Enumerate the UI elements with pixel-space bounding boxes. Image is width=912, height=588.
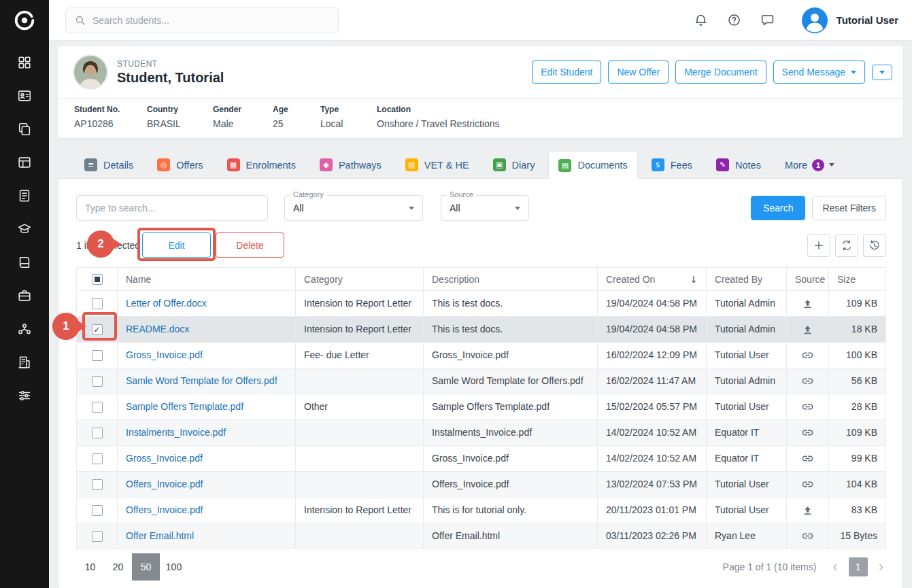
row-checkbox[interactable] — [92, 479, 103, 490]
user-menu[interactable]: Tutorial User — [802, 7, 898, 33]
table-row[interactable]: Offers_Invoice.pdfOffers_Invoice.pdf13/0… — [77, 472, 886, 498]
column-header-created-on[interactable]: Created On↓ — [598, 268, 707, 291]
tab-details[interactable]: ≡Details — [74, 151, 143, 178]
row-checkbox[interactable] — [92, 324, 103, 335]
sidebar-item-book[interactable] — [11, 252, 38, 275]
sidebar-item-settings[interactable] — [11, 385, 38, 408]
select-all-checkbox[interactable] — [92, 274, 103, 285]
page-size-50[interactable]: 50 — [132, 553, 160, 581]
column-header-description[interactable]: Description — [424, 268, 598, 291]
table-row[interactable]: Samle Word Template for Offers.pdfSamle … — [77, 368, 886, 394]
document-link[interactable]: Letter of Offer.docx — [126, 298, 207, 309]
document-link[interactable]: Gross_Invoice.pdf — [126, 453, 203, 464]
row-checkbox[interactable] — [92, 298, 103, 309]
info-value: Male — [213, 118, 273, 130]
tab-fees[interactable]: $Fees — [641, 151, 703, 178]
prev-page-button[interactable]: ‹ — [830, 559, 840, 574]
tab-documents[interactable]: ▤Documents — [548, 151, 637, 179]
student-search[interactable] — [65, 7, 339, 33]
edit-student-button[interactable]: Edit Student — [532, 60, 601, 84]
chat-icon[interactable] — [760, 13, 775, 27]
refresh-button[interactable] — [835, 234, 858, 257]
row-checkbox-cell — [77, 472, 118, 498]
document-link[interactable]: Instalments_Invoice.pdf — [126, 427, 226, 438]
app-logo[interactable] — [0, 0, 49, 41]
tab-offers[interactable]: ◎Offers — [147, 151, 213, 178]
document-link[interactable]: Gross_Invoice.pdf — [126, 349, 203, 360]
sidebar-item-table[interactable] — [11, 152, 38, 175]
row-checkbox[interactable] — [92, 428, 103, 438]
send-message-button[interactable]: Send Message — [773, 60, 865, 84]
new-offer-button[interactable]: New Offer — [608, 60, 669, 84]
row-checkbox[interactable] — [92, 453, 103, 464]
delete-button[interactable]: Delete — [216, 232, 284, 258]
sidebar-item-organisation[interactable] — [11, 351, 38, 375]
document-link[interactable]: Offers_Invoice.pdf — [126, 479, 203, 489]
row-checkbox-cell — [77, 523, 118, 549]
agents-icon — [17, 322, 32, 339]
page-size-100[interactable]: 100 — [160, 553, 188, 581]
document-link[interactable]: Sample Offers Template.pdf — [126, 401, 243, 412]
category-filter[interactable]: Category All — [284, 195, 423, 221]
column-header-source[interactable]: Source — [787, 268, 829, 291]
table-row[interactable]: Gross_Invoice.pdfFee- due LetterGross_In… — [77, 343, 886, 368]
column-header-created-by[interactable]: Created By — [707, 268, 787, 291]
document-link[interactable]: README.docx — [126, 324, 189, 334]
notifications-bell-icon[interactable] — [694, 13, 708, 27]
created-by-cell: Tutorial User — [707, 343, 787, 368]
sidebar-item-courses[interactable] — [11, 218, 38, 241]
document-link[interactable]: Offer Email.html — [126, 530, 194, 541]
page-size-20[interactable]: 20 — [104, 553, 132, 581]
document-link[interactable]: Samle Word Template for Offers.pdf — [126, 375, 277, 386]
table-row[interactable]: Gross_Invoice.pdfGross_Invoice.pdf14/02/… — [77, 446, 886, 472]
row-checkbox[interactable] — [92, 531, 103, 542]
sidebar-item-copy[interactable] — [11, 118, 38, 141]
documents-search-input[interactable] — [76, 195, 268, 221]
sidebar-item-agents[interactable] — [11, 318, 38, 341]
app: Tutorial User STUDENT — [0, 0, 912, 588]
student-photo[interactable] — [74, 56, 107, 88]
row-checkbox[interactable] — [92, 376, 103, 387]
organisation-icon — [17, 355, 32, 372]
current-page-button[interactable]: 1 — [849, 557, 868, 576]
row-checkbox-cell — [77, 420, 118, 446]
next-page-button[interactable]: › — [876, 559, 886, 574]
page-size-selector: 102050100 — [76, 553, 188, 581]
row-checkbox[interactable] — [92, 505, 103, 516]
tab-pathways[interactable]: ◆Pathways — [309, 151, 392, 178]
merge-document-button[interactable]: Merge Document — [675, 60, 766, 84]
search-button[interactable]: Search — [751, 196, 805, 220]
reset-filters-button[interactable]: Reset Filters — [812, 196, 886, 220]
tab-notes[interactable]: ✎Notes — [706, 151, 771, 178]
tab-vet-he[interactable]: ▥VET & HE — [395, 151, 479, 178]
page-size-10[interactable]: 10 — [76, 553, 104, 581]
add-document-button[interactable] — [807, 234, 830, 257]
sidebar-item-contacts[interactable] — [11, 85, 38, 108]
table-row[interactable]: Sample Offers Template.pdfOtherSample Of… — [77, 394, 886, 420]
column-header-name[interactable]: Name — [118, 268, 296, 291]
table-row[interactable]: Letter of Offer.docxIntension to Report … — [77, 291, 886, 317]
name-cell: Offer Email.html — [118, 523, 296, 549]
table-row[interactable]: README.docxIntension to Report LetterThi… — [77, 317, 886, 343]
table-row[interactable]: Offer Email.htmlOffer Email.html03/11/20… — [77, 523, 886, 549]
search-input[interactable] — [92, 15, 329, 26]
column-header-size[interactable]: Size — [829, 268, 886, 291]
sidebar-item-invoice[interactable] — [11, 185, 38, 208]
sidebar-item-briefcase[interactable] — [11, 285, 38, 308]
history-button[interactable] — [863, 234, 886, 257]
size-cell: 104 KB — [829, 472, 886, 498]
source-filter[interactable]: Source All — [441, 195, 529, 221]
help-icon[interactable] — [727, 13, 741, 27]
header-more-actions-button[interactable] — [872, 65, 892, 80]
tab-more[interactable]: More 1 — [775, 151, 845, 178]
row-checkbox[interactable] — [92, 350, 103, 361]
sidebar-item-dashboard[interactable] — [11, 52, 38, 75]
document-link[interactable]: Offers_Invoice.pdf — [126, 504, 203, 515]
row-checkbox[interactable] — [92, 402, 103, 413]
tab-enrolments[interactable]: ▦Enrolments — [217, 151, 306, 178]
column-header-category[interactable]: Category — [296, 268, 424, 291]
edit-button[interactable]: Edit — [142, 232, 211, 258]
table-row[interactable]: Offers_Invoice.pdfIntension to Report Le… — [77, 498, 886, 523]
table-row[interactable]: Instalments_Invoice.pdfInstalments_Invoi… — [77, 420, 886, 446]
tab-diary[interactable]: ▣Diary — [483, 151, 545, 178]
